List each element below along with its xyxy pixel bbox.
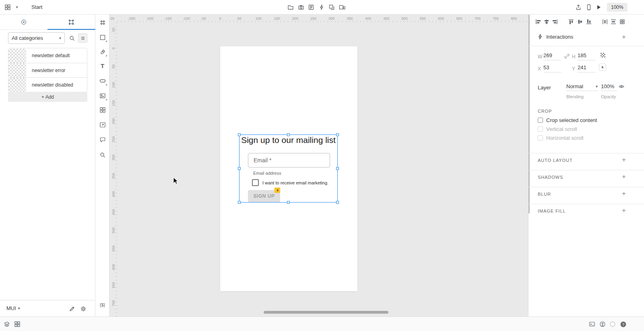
image-tool-button[interactable] (97, 90, 108, 101)
opacity-input[interactable]: 100% (601, 82, 617, 91)
align-right-button[interactable] (551, 18, 559, 25)
tab-design-system[interactable] (0, 14, 47, 30)
selection-handle[interactable] (336, 201, 339, 204)
components-tool-button[interactable] (97, 104, 108, 115)
selection-handle[interactable] (238, 133, 241, 136)
help-button[interactable]: ? (619, 321, 627, 328)
component-thumbnail (8, 63, 26, 77)
button-tool-button[interactable] (97, 75, 108, 86)
size-presets-button[interactable] (599, 52, 607, 59)
breakpoints-button[interactable] (337, 2, 347, 12)
expand-auto-layout-button[interactable]: + (620, 156, 627, 163)
pick-position-button[interactable] (599, 64, 606, 71)
tidy-grid-button[interactable] (619, 18, 626, 25)
search-icon (69, 35, 75, 41)
ruler-label: 800 (511, 17, 517, 21)
gear-icon (80, 306, 87, 312)
ruler-label: -50 (201, 17, 206, 21)
zoom-level-button[interactable]: 100% (607, 3, 627, 12)
section-image-fill: IMAGE FILL (538, 209, 566, 213)
library-search-button[interactable] (67, 33, 77, 43)
add-interaction-button[interactable]: + (620, 33, 627, 41)
add-shadow-button[interactable]: + (620, 173, 627, 180)
distribute-v-button[interactable] (610, 18, 617, 25)
ruler-label: 150 (274, 17, 280, 21)
selection-handle[interactable] (336, 133, 339, 136)
y-input[interactable] (578, 64, 595, 72)
list-item[interactable]: newsletter error (8, 63, 87, 77)
y-label: Y (572, 66, 575, 72)
pages-button[interactable] (285, 2, 296, 12)
pen-tool-button[interactable] (97, 46, 108, 57)
add-blur-button[interactable]: + (620, 190, 627, 197)
chevron-down-icon: ▾ (59, 36, 61, 40)
selection-handle[interactable] (238, 167, 241, 170)
list-view-toggle[interactable] (78, 33, 87, 43)
accessibility-button[interactable] (599, 321, 606, 328)
section-auto-layout: AUTO LAYOUT (538, 158, 573, 163)
width-label: W (538, 54, 542, 60)
status-button[interactable] (609, 321, 616, 328)
layers-panel-button[interactable] (3, 321, 10, 328)
canvas-horizontal-scrollbar[interactable] (264, 311, 388, 314)
status-circle-icon (609, 321, 616, 327)
categories-select[interactable]: All categories ▾ (8, 32, 65, 44)
list-item[interactable]: newsletter disabled (8, 77, 87, 92)
distribute-h-button[interactable] (601, 18, 609, 25)
console-button[interactable] (588, 321, 596, 328)
edit-library-button[interactable] (67, 304, 77, 314)
align-left-button[interactable] (535, 18, 542, 25)
selection-box[interactable] (239, 134, 338, 203)
design-tokens-button[interactable]: {$} (95, 302, 109, 307)
align-top-button[interactable] (568, 18, 575, 25)
library-settings-button[interactable] (78, 304, 89, 314)
align-center-h-button[interactable] (543, 18, 550, 25)
camera-icon (298, 4, 304, 10)
svg-text:?: ? (622, 322, 624, 326)
pointer-icon (600, 65, 605, 70)
comment-tool-button[interactable] (97, 134, 108, 145)
duplicate-button[interactable] (326, 2, 337, 12)
app-window: ▾ Start 100% (0, 0, 644, 331)
project-menu-button[interactable]: ▾ (13, 2, 21, 12)
selection-handle[interactable] (287, 201, 290, 204)
add-image-fill-button[interactable]: + (620, 207, 627, 214)
pages-grid-button[interactable] (14, 321, 21, 328)
share-button[interactable] (573, 2, 584, 12)
divider (528, 204, 644, 204)
ruler-label: -100 (183, 17, 190, 21)
embed-tool-button[interactable] (97, 119, 108, 130)
visibility-toggle[interactable] (618, 83, 625, 90)
tab-components[interactable] (47, 14, 95, 30)
rectangle-tool-button[interactable] (97, 32, 108, 43)
align-bottom-button[interactable] (585, 18, 592, 25)
interactions-mode-button[interactable] (316, 2, 327, 12)
documentation-button[interactable] (306, 2, 316, 12)
selection-handle[interactable] (238, 201, 241, 204)
lightning-icon (537, 33, 543, 40)
horizontal-scroll-checkbox[interactable] (538, 135, 543, 141)
screenshot-button[interactable] (296, 2, 306, 12)
home-grid-button[interactable] (2, 2, 13, 12)
library-select[interactable]: MUI ▾ (6, 305, 20, 311)
crop-content-checkbox[interactable] (538, 118, 543, 123)
blending-select[interactable]: Normal ▾ (566, 82, 598, 91)
preview-play-button[interactable] (593, 2, 604, 12)
component-label: newsletter error (32, 68, 65, 73)
x-input[interactable] (543, 64, 561, 72)
text-tool-button[interactable]: T (97, 60, 108, 71)
canvas[interactable]: 00-250-200-150-100-500501001502002503003… (109, 14, 528, 317)
align-middle-button[interactable] (576, 18, 584, 25)
height-input[interactable] (578, 52, 595, 60)
list-item[interactable]: newsletter default (8, 48, 87, 63)
constrain-proportions-toggle[interactable] (563, 52, 570, 60)
add-component-button[interactable]: + Add (8, 92, 87, 102)
width-input[interactable] (543, 52, 561, 60)
frame-tool-button[interactable] (97, 17, 108, 28)
device-preview-button[interactable] (584, 2, 594, 12)
zoom-tool-button[interactable] (97, 149, 108, 160)
selection-handle[interactable] (287, 133, 290, 136)
vertical-scroll-checkbox[interactable] (538, 126, 543, 132)
selection-handle[interactable] (336, 167, 339, 170)
panel-scrollbar[interactable] (528, 14, 530, 213)
